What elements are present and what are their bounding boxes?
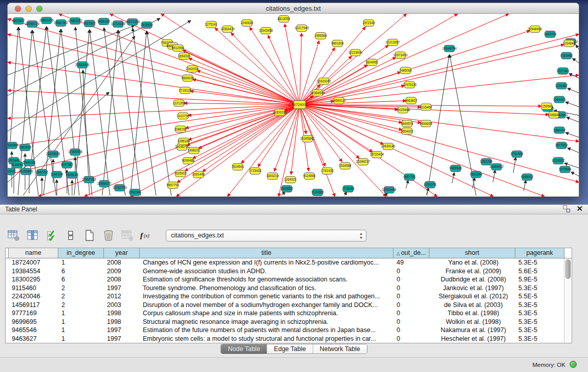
graph-node-yellow[interactable]: 10025488 (396, 106, 410, 113)
graph-node-teal[interactable]: 1244415 (553, 96, 566, 103)
graph-edge-red[interactable] (299, 105, 335, 196)
graph-node-yellow[interactable]: 1654339 (178, 53, 190, 59)
graph-node-yellow[interactable]: 9849578 (401, 120, 413, 127)
graph-edge-black[interactable] (8, 20, 191, 131)
graph-edge-black[interactable] (147, 31, 171, 195)
graph-edge-black[interactable] (573, 58, 579, 63)
graph-node-yellow[interactable]: 12213957 (385, 39, 400, 46)
graph-edge-black[interactable] (567, 117, 579, 122)
table-row[interactable]: 1938455462009Genome-wide association stu… (6, 267, 572, 276)
graph-edge-black[interactable] (513, 157, 516, 173)
graph-node-yellow[interactable]: 15349237 (356, 159, 370, 165)
graph-node-yellow[interactable]: 19384554 (310, 90, 324, 96)
graph-node-yellow[interactable]: 7624541 (231, 164, 244, 170)
graph-node-teal[interactable]: 7691244 (470, 171, 483, 178)
table-row[interactable]: 946362711997Embryonic stem cells: a mode… (6, 335, 572, 343)
graph-node-teal[interactable]: 1051245 (480, 159, 493, 165)
graph-node-yellow[interactable]: 9899695 (420, 120, 432, 127)
column-header-pagerank[interactable]: pagerank (515, 248, 564, 258)
graph-node-teal[interactable]: 6791908 (511, 151, 524, 158)
table-row[interactable]: 1830029562008Estimation of significance … (6, 275, 572, 284)
column-header-short[interactable]: short (429, 248, 515, 258)
graph-edge-red[interactable] (197, 71, 299, 105)
graph-edge-red[interactable] (299, 27, 365, 105)
show-columns-button[interactable] (26, 229, 39, 242)
graph-node-yellow[interactable]: 7485063 (399, 67, 412, 74)
graph-edge-red[interactable] (130, 105, 300, 196)
graph-node-yellow[interactable]: 11543958 (259, 27, 273, 34)
graph-node-yellow[interactable]: 12215934 (348, 49, 362, 56)
graph-edge-red[interactable] (177, 105, 299, 183)
graph-node-yellow[interactable]: 1761435 (321, 168, 334, 174)
function-builder-button[interactable]: f (x) (140, 229, 153, 242)
tab-node-table[interactable]: Node Table (221, 344, 267, 354)
new-column-button[interactable] (83, 229, 96, 242)
graph-node-yellow[interactable]: 1010755 (177, 113, 189, 119)
graph-node-teal[interactable]: 11156869 (19, 168, 33, 175)
graph-edge-red[interactable] (8, 91, 299, 105)
column-header-in_degree[interactable]: in_degree (58, 248, 104, 258)
graph-node-yellow[interactable]: 2342004 (186, 65, 199, 72)
window-titlebar[interactable]: citations_edges.txt (7, 3, 579, 14)
graph-edge-black[interactable] (406, 180, 408, 188)
table-row[interactable]: 946554611997Estimation of the future num… (6, 326, 572, 335)
graph-node-teal[interactable]: 2526065 (7, 142, 18, 149)
graph-edge-black[interactable] (74, 30, 90, 195)
graph-node-teal[interactable]: 6466160 (98, 18, 111, 25)
graph-node-teal[interactable]: 1843592 (280, 186, 293, 192)
graph-node-yellow[interactable]: 16720404 (369, 151, 384, 158)
delete-table-button[interactable] (121, 229, 134, 242)
graph-node-teal[interactable]: 16648784 (442, 45, 456, 52)
graph-node-teal[interactable]: 20691406 (39, 17, 54, 24)
graph-node-yellow[interactable]: 1715433 (249, 168, 262, 174)
graph-node-teal[interactable]: 1569297 (553, 127, 566, 134)
graph-node-yellow[interactable]: 18300295 (273, 109, 287, 116)
graph-edge-red[interactable] (299, 105, 545, 196)
graph-node-yellow[interactable]: 14569117 (332, 97, 346, 104)
graph-edge-black[interactable] (47, 27, 69, 195)
graph-node-teal[interactable]: 1342757 (36, 169, 49, 176)
graph-edge-black[interactable] (576, 45, 579, 49)
graph-node-teal[interactable]: 1677033 (555, 142, 568, 149)
graph-node-teal[interactable]: 16489412 (489, 164, 504, 170)
graph-node-teal[interactable]: 7515526 (141, 21, 154, 28)
close-panel-icon[interactable]: ✕ (576, 205, 583, 212)
select-all-button[interactable] (45, 229, 58, 242)
graph-node-teal[interactable]: 9124569 (311, 189, 324, 196)
table-row[interactable]: 1872400712008Changes of HCN gene express… (6, 258, 572, 267)
graph-edge-black[interactable] (10, 27, 18, 141)
graph-node-hub[interactable]: 18724007 (292, 101, 308, 109)
graph-edge-red[interactable] (299, 105, 437, 196)
graph-node-teal[interactable]: 20206576 (46, 151, 60, 158)
table-select-dropdown[interactable]: citations_edges.txt ▲▼ (166, 230, 366, 242)
graph-node-yellow[interactable]: 1843219 (266, 173, 279, 180)
graph-node-yellow[interactable]: 2718126 (179, 87, 191, 94)
graph-edge-red[interactable] (242, 105, 300, 164)
graph-node-teal[interactable]: 1715243 (342, 186, 355, 192)
graph-node-yellow[interactable]: 9115460 (420, 104, 432, 111)
graph-edge-red[interactable] (285, 24, 299, 105)
graph-node-yellow[interactable]: 9857791 (166, 182, 179, 189)
graph-node-yellow[interactable]: 12354439 (221, 26, 235, 32)
graph-edge-black[interactable] (102, 30, 118, 195)
graph-node-teal[interactable]: 9857791 (403, 174, 416, 181)
graph-node-teal[interactable]: 1145194 (51, 171, 63, 178)
graph-node-yellow[interactable]: 9861604 (331, 40, 344, 47)
table-row[interactable]: 969969511998Structural magnetic resonanc… (6, 318, 572, 326)
graph-edge-black[interactable] (565, 102, 579, 106)
column-header-title[interactable]: title (140, 248, 394, 258)
graph-node-yellow[interactable]: 1286184 (177, 138, 190, 145)
graph-node-yellow[interactable]: 9099489 (182, 158, 194, 164)
graph-node-teal[interactable]: 9245012 (521, 174, 534, 181)
graph-edge-red[interactable] (231, 33, 300, 104)
graph-node-yellow[interactable]: 2086786 (174, 126, 187, 133)
graph-edge-black[interactable] (565, 133, 579, 137)
graph-node-teal[interactable]: 4609397 (12, 17, 25, 24)
graph-node-yellow[interactable]: 15345843 (300, 136, 315, 142)
graph-edge-black[interactable] (426, 188, 428, 194)
graph-node-teal[interactable]: 10719185 (111, 20, 125, 27)
network-window[interactable]: citations_edges.txt 46093972405572420691… (7, 3, 579, 197)
graph-edge-red[interactable] (8, 105, 299, 147)
graph-edge-black[interactable] (568, 148, 579, 152)
graph-edge-black[interactable] (8, 26, 135, 75)
